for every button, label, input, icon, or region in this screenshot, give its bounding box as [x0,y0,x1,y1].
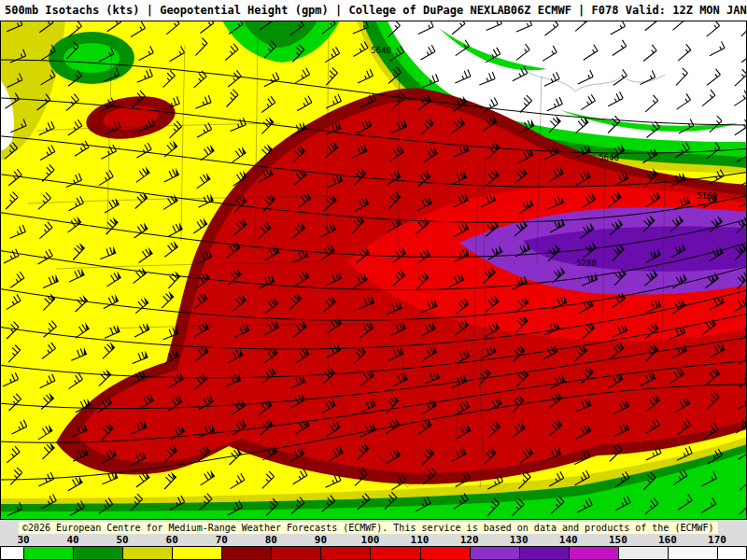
colorbar-tick-labels: 30405060708090100110120130140150160170 [0,535,747,546]
colorbar-tick-label: 90 [315,534,327,546]
height-contour-label: 5280 [576,259,597,268]
colorbar-segment [668,546,718,560]
colorbar-segment-tail [717,546,747,560]
colorbar [0,546,747,560]
colorbar-segment [221,546,272,560]
colorbar-tick-label: 30 [17,534,29,546]
colorbar-segment [420,546,471,560]
colorbar-segment [370,546,420,560]
colorbar-tick-label: 140 [559,534,578,546]
colorbar-tick-label: 150 [609,534,627,546]
colorbar-tick-label: 100 [361,534,380,546]
height-contour-label: 5640 [371,46,391,55]
colorbar-segment [519,546,570,560]
title-left: 500mb Isotachs (kts) | Geopotential Heig… [5,4,511,17]
height-contour-label: 5640 [599,153,619,162]
colorbar-segment [172,546,222,560]
colorbar-segment [470,546,520,560]
bottom-panel: ©2026 European Centre for Medium-Range W… [0,520,747,560]
title-bar: 500mb Isotachs (kts) | Geopotential Heig… [0,0,747,21]
colorbar-tick-label: 170 [708,534,726,546]
colorbar-segment [618,546,669,560]
colorbar-segment [122,546,173,560]
colorbar-segment [569,546,619,560]
title-right: 06Z ECMWF | F078 Valid: 12Z MON JAN 19 2… [511,4,747,17]
colorbar-segment [23,546,74,560]
colorbar-tick-label: 130 [510,534,529,546]
colorbar-segment [271,546,321,560]
height-contour-label: 5160 [697,191,717,201]
colorbar-tick-label: 160 [658,534,677,546]
colorbar-tick-label: 70 [216,534,228,546]
colorbar-tick-label: 110 [411,534,430,546]
attribution-text: ©2026 European Centre for Medium-Range W… [19,522,718,534]
colorbar-segment [73,546,123,560]
colorbar-tick-label: 60 [166,534,178,546]
attribution-row: ©2026 European Centre for Medium-Range W… [0,520,747,535]
colorbar-tick-label: 80 [265,534,277,546]
colorbar-tick-label: 50 [117,534,129,546]
colorbar-tick-label: 120 [460,534,479,546]
colorbar-segment-lead [0,546,24,560]
weather-map-app: 500mb Isotachs (kts) | Geopotential Heig… [0,0,747,560]
map-area: 5640564051605280 [0,21,747,520]
isotach-map: 5640564051605280 [0,21,747,520]
colorbar-tick-label: 40 [66,534,78,546]
colorbar-segment [320,546,371,560]
